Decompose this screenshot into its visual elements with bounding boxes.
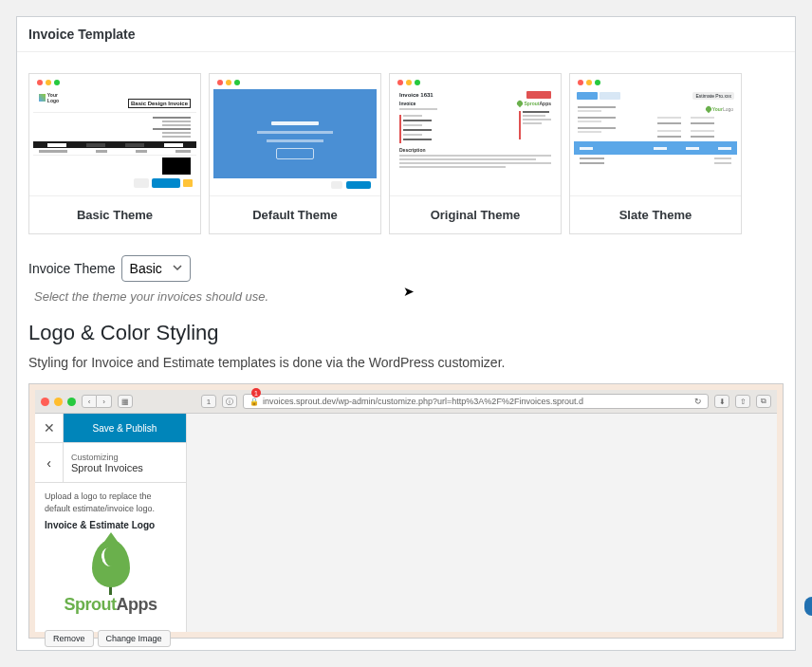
close-button[interactable]: ✕ [35,414,64,442]
panel-title: Invoice Template [17,17,795,52]
theme-preview-basic: Your Logo Basic Design Invoice [29,74,200,195]
window-controls [574,78,737,89]
theme-preview-original: Invoice 1631 Invoice [390,74,561,195]
theme-name: Basic Theme [29,195,200,233]
remove-button[interactable]: Remove [45,630,94,647]
window-controls [213,78,377,89]
your-logo: YourLogo [657,106,733,112]
theme-name: Default Theme [210,195,380,233]
theme-select-hint: Select the theme your invoices should us… [17,289,795,321]
logo-styling-heading: Logo & Color Styling [17,321,795,355]
help-text: Upload a logo to replace the default est… [45,491,176,514]
logo-placeholder: Your Logo [39,93,67,102]
browser-chrome: ‹› ▦ 1 ⓘ 🔒invoices.sprout.dev/wp-admin/c… [35,390,777,414]
sprout-logo: SproutApps [451,101,551,106]
window-controls [394,78,557,89]
customizer-screenshot: ‹› ▦ 1 ⓘ 🔒invoices.sprout.dev/wp-admin/c… [28,383,784,639]
theme-preview-slate: Estimate Pro.xxx YourLogo [570,74,741,195]
logo-styling-description: Styling for Invoice and Estimate templat… [17,355,795,383]
one-icon: 1 [201,395,216,408]
back-button[interactable]: ‹ [35,443,64,483]
invoice-template-panel: Invoice Template Your Logo Basic Design … [16,16,796,651]
back-icon: ‹ [82,395,97,408]
grid-icon: ▦ [118,395,133,408]
notification-badge: 1 [251,388,261,398]
theme-card-original[interactable]: Invoice 1631 Invoice [389,73,562,234]
leaf-drop-icon [92,540,130,587]
theme-select[interactable]: Basic [121,255,191,282]
url-text: invoices.sprout.dev/wp-admin/customize.p… [263,397,583,406]
estimate-badge: Estimate Pro.xxx [692,92,734,100]
url-bar: 🔒invoices.sprout.dev/wp-admin/customize.… [243,394,709,409]
forward-icon: › [97,395,112,408]
customizer-sidebar: ✕ Save & Publish ‹ Customizing Sprout In… [35,414,187,632]
logo-field-label: Invoice & Estimate Logo [45,520,176,530]
nav-back-forward: ‹› [82,395,112,408]
sprout-apps-logo: SproutApps [45,534,176,622]
tabs-icon: ⧉ [756,395,771,408]
theme-card-slate[interactable]: Estimate Pro.xxx YourLogo [569,73,742,234]
change-image-button[interactable]: Change Image [98,630,171,647]
customizer-preview-area [187,414,777,632]
save-publish-button[interactable]: Save & Publish [64,414,186,442]
nav-section-title: Sprout Invoices [71,462,143,473]
info-icon: ⓘ [222,395,237,408]
download-icon: ⬇ [714,395,729,408]
theme-select-row: Invoice Theme Basic [17,255,795,289]
share-icon: ⇧ [735,395,750,408]
help-bubble[interactable] [804,597,812,616]
lock-icon: 🔒 [249,398,259,406]
theme-select-label: Invoice Theme [28,261,116,276]
theme-name: Original Theme [390,195,561,233]
theme-card-basic[interactable]: Your Logo Basic Design Invoice Basic [28,73,201,234]
window-controls [33,78,196,89]
theme-grid: Your Logo Basic Design Invoice Basic [17,52,795,255]
description-label: Description [399,147,551,153]
refresh-icon: ↻ [694,397,702,406]
theme-card-default[interactable]: Default Theme [209,73,381,234]
invoice-number: Invoice 1631 [399,92,434,98]
theme-name: Slate Theme [570,195,741,233]
theme-preview-default [210,74,380,195]
nav-breadcrumb: Customizing [71,453,143,462]
